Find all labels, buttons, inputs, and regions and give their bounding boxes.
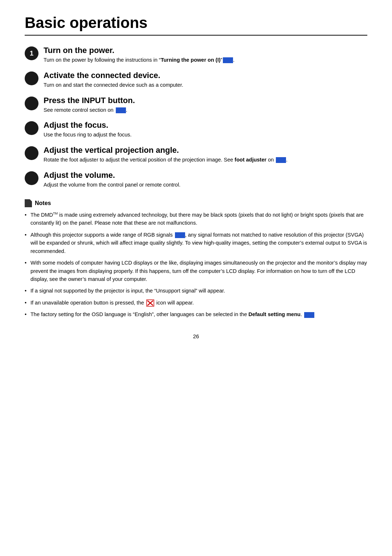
step-5: Adjust the vertical projection angle. Ro… bbox=[25, 146, 367, 164]
notes-icon bbox=[25, 199, 32, 207]
step-1-desc: Turn on the power by following the instr… bbox=[44, 56, 367, 64]
step-2-desc: Turn on and start the connected device s… bbox=[44, 81, 367, 89]
step-3-heading: Press the INPUT button. bbox=[44, 96, 367, 105]
step-4-heading: Adjust the focus. bbox=[44, 120, 367, 130]
steps-container: 1 Turn on the power. Turn on the power b… bbox=[25, 46, 367, 189]
step-1-content: Turn on the power. Turn on the power by … bbox=[44, 46, 367, 64]
step-6-heading: Adjust the volume. bbox=[44, 171, 367, 180]
page-title: Basic operations bbox=[25, 15, 367, 36]
step-4: Adjust the focus. Use the focus ring to … bbox=[25, 120, 367, 139]
step-5-desc: Rotate the foot adjuster to adjust the v… bbox=[44, 156, 367, 164]
note-item-1: The DMDTM is made using extremely advanc… bbox=[25, 211, 367, 227]
step-6: Adjust the volume. Adjust the volume fro… bbox=[25, 171, 367, 189]
step-5-content: Adjust the vertical projection angle. Ro… bbox=[44, 146, 367, 164]
step-6-content: Adjust the volume. Adjust the volume fro… bbox=[44, 171, 367, 189]
blue-rect-5 bbox=[304, 312, 314, 318]
step-2-icon bbox=[25, 71, 38, 85]
note-item-4: If a signal not supported by the project… bbox=[25, 287, 367, 295]
blue-rect-2 bbox=[116, 107, 126, 113]
blue-rect-1 bbox=[223, 57, 233, 63]
notes-section: Notes The DMDTM is made using extremely … bbox=[25, 199, 367, 319]
step-3: Press the INPUT button. See remote contr… bbox=[25, 96, 367, 114]
step-3-content: Press the INPUT button. See remote contr… bbox=[44, 96, 367, 114]
x-icon bbox=[146, 299, 154, 307]
step-1-icon: 1 bbox=[25, 46, 38, 60]
step-3-icon bbox=[25, 97, 38, 110]
note-item-2: Although this projector supports a wide … bbox=[25, 231, 367, 255]
step-2-content: Activate the connected device. Turn on a… bbox=[44, 71, 367, 89]
step-1: 1 Turn on the power. Turn on the power b… bbox=[25, 46, 367, 64]
page-number: 26 bbox=[25, 333, 367, 339]
notes-header: Notes bbox=[25, 199, 367, 207]
notes-list: The DMDTM is made using extremely advanc… bbox=[25, 211, 367, 319]
step-2-heading: Activate the connected device. bbox=[44, 71, 367, 80]
step-6-desc: Adjust the volume from the control panel… bbox=[44, 181, 367, 189]
blue-rect-3 bbox=[276, 157, 286, 163]
step-5-icon bbox=[25, 146, 38, 160]
note-item-6: The factory setting for the OSD language… bbox=[25, 310, 367, 318]
blue-rect-4 bbox=[175, 232, 185, 238]
step-5-heading: Adjust the vertical projection angle. bbox=[44, 146, 367, 155]
step-1-heading: Turn on the power. bbox=[44, 46, 367, 55]
step-4-desc: Use the focus ring to adjust the focus. bbox=[44, 131, 367, 139]
note-item-5: If an unavailable operation button is pr… bbox=[25, 299, 367, 307]
step-3-desc: See remote control section on . bbox=[44, 106, 367, 114]
step-6-icon bbox=[25, 171, 38, 185]
note-item-3: With some models of computer having LCD … bbox=[25, 259, 367, 283]
step-4-icon bbox=[25, 121, 38, 135]
step-4-content: Adjust the focus. Use the focus ring to … bbox=[44, 120, 367, 139]
notes-label: Notes bbox=[35, 200, 51, 207]
step-2: Activate the connected device. Turn on a… bbox=[25, 71, 367, 89]
